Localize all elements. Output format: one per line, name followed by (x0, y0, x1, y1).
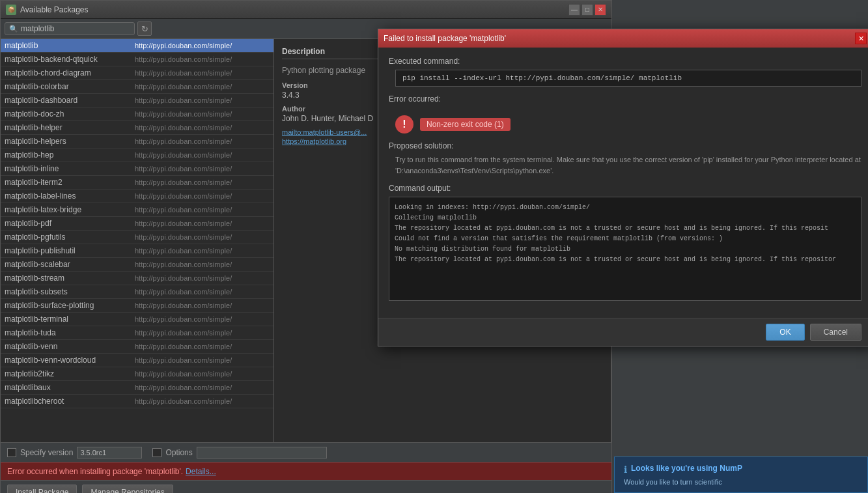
package-repo: http://pypi.douban.com/simple/ (135, 137, 270, 145)
close-button[interactable]: ✕ (595, 4, 606, 16)
dialog-close-button[interactable]: ✕ (855, 33, 867, 44)
package-item[interactable]: matplotlib-doc-zh http://pypi.douban.com… (1, 107, 273, 121)
package-item[interactable]: matplotlibaux http://pypi.douban.com/sim… (1, 381, 273, 395)
package-repo: http://pypi.douban.com/simple/ (135, 302, 270, 309)
package-name: matplotlib-iterm2 (5, 178, 135, 187)
cancel-button[interactable]: Cancel (810, 324, 861, 341)
package-item[interactable]: matplotlib-pgfutils http://pypi.douban.c… (1, 231, 273, 244)
package-name: matplotlib-hep (5, 150, 135, 160)
package-item[interactable]: matplotlib-pdf http://pypi.douban.com/si… (1, 217, 273, 231)
package-item[interactable]: matplotlib-scalebar http://pypi.douban.c… (1, 258, 273, 272)
minimize-button[interactable]: — (568, 4, 580, 16)
package-item[interactable]: matplotlib-venn-wordcloud http://pypi.do… (1, 354, 273, 367)
package-item[interactable]: matplotlib-label-lines http://pypi.douba… (1, 190, 273, 203)
package-name: matplotlib-subsets (5, 287, 135, 296)
numpy-tooltip-body: Would you like to turn scientific (624, 478, 858, 486)
package-name: matplotlib-helpers (5, 137, 135, 146)
package-item[interactable]: matplotlib-helper http://pypi.douban.com… (1, 121, 273, 135)
window-icon: 📦 (6, 5, 16, 15)
specify-version-row: Specify version (7, 447, 142, 458)
package-name: matplotlib-terminal (5, 315, 135, 324)
package-item[interactable]: matplotlib-stream http://pypi.douban.com… (1, 272, 273, 285)
package-name: matplotlibcheroot (5, 397, 135, 406)
package-name: matplotlib-doc-zh (5, 109, 135, 119)
error-bar: Error occurred when installing package '… (1, 462, 611, 480)
package-name: matplotlib-pgfutils (5, 232, 135, 242)
titlebar-controls: — □ ✕ (568, 4, 606, 16)
specify-version-label: Specify version (20, 448, 73, 457)
package-repo: http://pypi.douban.com/simple/ (135, 96, 270, 104)
executed-command-code: pip install --index-url http://pypi.doub… (395, 70, 861, 87)
package-repo: http://pypi.douban.com/simple/ (135, 247, 270, 255)
package-item[interactable]: matplotlib-helpers http://pypi.douban.co… (1, 135, 273, 148)
package-name: matplotlibaux (5, 383, 135, 392)
package-item[interactable]: matplotlib-tuda http://pypi.douban.com/s… (1, 326, 273, 340)
package-item[interactable]: matplotlib http://pypi.douban.com/simple… (1, 39, 273, 53)
package-item[interactable]: matplotlib-backend-qtquick http://pypi.d… (1, 53, 273, 66)
package-name: matplotlib-inline (5, 164, 135, 173)
package-item[interactable]: matplotlib-chord-diagram http://pypi.dou… (1, 66, 273, 80)
search-input-wrapper: 🔍 (5, 22, 135, 35)
maximize-button[interactable]: □ (581, 4, 593, 16)
error-message: Error occurred when installing package '… (7, 467, 183, 476)
package-repo: http://pypi.douban.com/simple/ (135, 384, 270, 391)
package-item[interactable]: matplotlib-surface-plotting http://pypi.… (1, 299, 273, 313)
package-name: matplotlib-helper (5, 123, 135, 132)
package-item[interactable]: matplotlib-dashboard http://pypi.douban.… (1, 94, 273, 107)
package-repo: http://pypi.douban.com/simple/ (135, 288, 270, 296)
package-item[interactable]: matplotlib-iterm2 http://pypi.douban.com… (1, 176, 273, 190)
main-window-titlebar: 📦 Available Packages — □ ✕ (1, 1, 611, 19)
error-badge: Non-zero exit code (1) (420, 118, 511, 131)
package-item[interactable]: matplotlib2tikz http://pypi.douban.com/s… (1, 367, 273, 381)
package-name: matplotlib-venn-wordcloud (5, 356, 135, 365)
options-input[interactable] (197, 447, 327, 458)
search-icon: 🔍 (9, 25, 18, 33)
package-repo: http://pypi.douban.com/simple/ (135, 42, 270, 49)
search-input[interactable] (21, 24, 99, 33)
package-item[interactable]: matplotlib-latex-bridge http://pypi.doub… (1, 203, 273, 217)
options-checkbox[interactable] (152, 448, 161, 457)
package-name: matplotlib-stream (5, 274, 135, 283)
package-name: matplotlib-chord-diagram (5, 68, 135, 77)
bottom-buttons: Install Package Manage Repositories (1, 480, 611, 493)
package-name: matplotlib (5, 41, 135, 50)
package-repo: http://pypi.douban.com/simple/ (135, 315, 270, 323)
command-output-label: Command output: (389, 184, 861, 193)
version-input[interactable] (77, 447, 142, 458)
package-repo: http://pypi.douban.com/simple/ (135, 165, 270, 173)
package-repo: http://pypi.douban.com/simple/ (135, 83, 270, 91)
package-repo: http://pypi.douban.com/simple/ (135, 397, 270, 405)
package-item[interactable]: matplotlib-subsets http://pypi.douban.co… (1, 285, 273, 299)
package-item[interactable]: matplotlib-colorbar http://pypi.douban.c… (1, 80, 273, 94)
package-repo: http://pypi.douban.com/simple/ (135, 151, 270, 159)
options-label: Options (165, 448, 192, 457)
package-repo: http://pypi.douban.com/simple/ (135, 178, 270, 186)
package-name: matplotlib-colorbar (5, 82, 135, 91)
command-output-box: Looking in indexes: http://pypi.douban.c… (389, 197, 861, 301)
ok-button[interactable]: OK (766, 324, 804, 341)
refresh-button[interactable]: ↻ (137, 21, 152, 36)
package-repo: http://pypi.douban.com/simple/ (135, 356, 270, 364)
install-package-button[interactable]: Install Package (7, 485, 77, 493)
manage-repositories-button[interactable]: Manage Repositories (82, 485, 173, 493)
package-item[interactable]: matplotlib-hep http://pypi.douban.com/si… (1, 148, 273, 162)
package-name: matplotlib-latex-bridge (5, 205, 135, 214)
error-details-link[interactable]: Details... (186, 467, 216, 476)
package-name: matplotlib-scalebar (5, 260, 135, 269)
package-name: matplotlib2tikz (5, 369, 135, 378)
error-occurred-label: Error occurred: (389, 94, 441, 104)
package-repo: http://pypi.douban.com/simple/ (135, 274, 270, 282)
package-name: matplotlib-backend-qtquick (5, 55, 135, 64)
package-repo: http://pypi.douban.com/simple/ (135, 124, 270, 132)
dialog-footer: OK Cancel (378, 318, 868, 346)
package-item[interactable]: matplotlib-terminal http://pypi.douban.c… (1, 313, 273, 326)
package-item[interactable]: matplotlib-publishutil http://pypi.douba… (1, 244, 273, 258)
package-item[interactable]: matplotlib-inline http://pypi.douban.com… (1, 162, 273, 176)
package-name: matplotlib-surface-plotting (5, 301, 135, 310)
package-name: matplotlib-pdf (5, 219, 135, 228)
dialog-titlebar: Failed to install package 'matplotlib' ✕ (378, 29, 868, 48)
package-item[interactable]: matplotlibcheroot http://pypi.douban.com… (1, 395, 273, 408)
package-item[interactable]: matplotlib-venn http://pypi.douban.com/s… (1, 340, 273, 354)
specify-version-checkbox[interactable] (7, 448, 16, 457)
numpy-tooltip: ℹ Looks like you're using NumP Would you… (614, 457, 868, 493)
